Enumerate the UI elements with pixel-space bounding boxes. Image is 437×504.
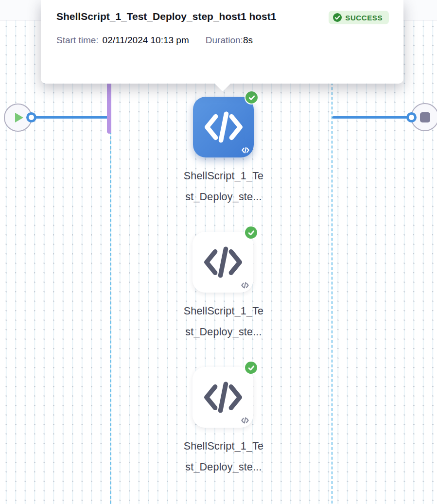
- success-check-icon: [244, 226, 258, 240]
- start-time-value: 02/11/2024 10:13 pm: [103, 35, 189, 46]
- step-label-line2: st_Deploy_ste...: [185, 191, 262, 203]
- step-node-1[interactable]: [193, 97, 254, 157]
- code-mini-icon: [241, 282, 249, 289]
- step-label-2[interactable]: ShellScript_1_Te st_Deploy_ste...: [163, 301, 284, 343]
- step-label-3[interactable]: ShellScript_1_Te st_Deploy_ste...: [163, 436, 284, 478]
- code-icon: [203, 380, 243, 415]
- tooltip-meta: Start time: 02/11/2024 10:13 pm Duration…: [56, 35, 389, 46]
- step-label-line1: ShellScript_1_Te: [184, 170, 264, 182]
- duration-label: Duration:: [206, 35, 243, 46]
- connector-line-right: [332, 116, 412, 119]
- duration-value: 8s: [243, 35, 253, 46]
- step-tooltip: ShellScript_1_Test_Deploy_step_host1 hos…: [41, 0, 403, 84]
- status-badge: SUCCESS: [329, 11, 389, 24]
- status-badge-label: SUCCESS: [345, 14, 383, 22]
- step-node-3[interactable]: [192, 367, 253, 428]
- execution-graph-canvas[interactable]: ShellScript_1_Te st_Deploy_ste... She: [0, 20, 437, 504]
- step-label-line1: ShellScript_1_Te: [184, 305, 264, 317]
- connector-port-left: [26, 112, 36, 122]
- code-mini-icon: [241, 417, 249, 424]
- code-icon: [203, 245, 243, 279]
- connector-line-left: [31, 116, 109, 119]
- step-label-line2: st_Deploy_ste...: [185, 326, 262, 338]
- connector-port-right: [406, 112, 417, 122]
- start-time-label: Start time:: [56, 35, 99, 46]
- step-label-line2: st_Deploy_ste...: [185, 461, 262, 473]
- check-circle-icon: [333, 13, 342, 22]
- step-node-2[interactable]: [192, 232, 253, 293]
- code-icon: [204, 110, 244, 144]
- code-mini-icon: [242, 147, 249, 154]
- tooltip-title: ShellScript_1_Test_Deploy_step_host1 hos…: [56, 6, 285, 27]
- success-check-icon: [244, 361, 258, 375]
- success-check-icon: [245, 90, 259, 104]
- step-label-line1: ShellScript_1_Te: [184, 440, 264, 452]
- play-icon: [15, 113, 23, 122]
- stop-icon: [420, 112, 430, 122]
- step-label-1[interactable]: ShellScript_1_Te st_Deploy_ste...: [163, 166, 284, 208]
- pipeline-execution-screen: ShellScript_1_Te st_Deploy_ste... She: [0, 0, 437, 504]
